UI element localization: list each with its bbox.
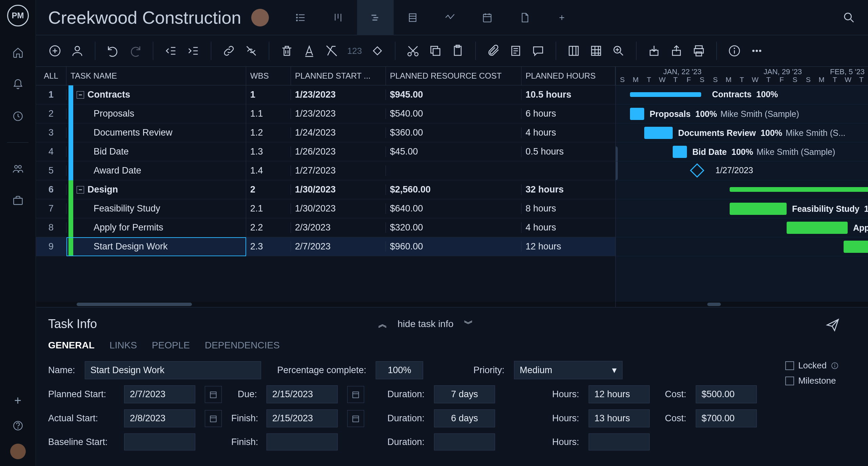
- comments-icon[interactable]: [531, 44, 545, 58]
- gantt-milestone[interactable]: [690, 163, 704, 178]
- table-row[interactable]: 1 − Contracts 1 1/23/2023 $945.00 10.5 h…: [36, 85, 615, 104]
- percent-complete-input[interactable]: 123: [347, 46, 362, 56]
- gantt-horizontal-scrollbar[interactable]: [616, 302, 868, 307]
- column-header-cost[interactable]: PLANNED RESOURCE COST: [386, 67, 521, 85]
- redo-icon[interactable]: [129, 44, 142, 58]
- import-icon[interactable]: [647, 44, 661, 58]
- current-user-avatar[interactable]: [10, 444, 26, 459]
- gantt-bar[interactable]: Proposals 100%Mike Smith (Sample): [630, 108, 644, 120]
- column-header-hours[interactable]: PLANNED HOURS: [521, 67, 615, 85]
- add-view-icon[interactable]: [544, 0, 580, 35]
- view-list-icon[interactable]: [282, 0, 319, 35]
- gantt-bar[interactable]: Feasibility Study 10: [730, 203, 787, 215]
- attachment-icon[interactable]: [487, 44, 500, 58]
- export-icon[interactable]: [670, 44, 683, 58]
- planned-duration-input[interactable]: 7 days: [434, 385, 495, 403]
- projects-icon[interactable]: [12, 195, 24, 206]
- actual-hours-input[interactable]: 13 hours: [589, 409, 650, 427]
- gantt-bar[interactable]: [844, 241, 868, 253]
- assign-icon[interactable]: [71, 44, 84, 58]
- tab-dependencies[interactable]: DEPENDENCIES: [205, 340, 280, 351]
- collapse-toggle[interactable]: −: [77, 91, 84, 99]
- due-input[interactable]: 2/15/2023: [267, 385, 338, 403]
- baseline-finish-input[interactable]: [267, 433, 338, 450]
- view-sheet-icon[interactable]: [394, 0, 431, 35]
- view-dashboard-icon[interactable]: [432, 0, 468, 35]
- hide-task-info-button[interactable]: hide task info: [398, 319, 454, 329]
- calendar-icon[interactable]: [347, 386, 364, 403]
- paste-icon[interactable]: [451, 44, 465, 58]
- baseline-start-input[interactable]: [124, 433, 195, 450]
- copy-icon[interactable]: [429, 44, 442, 58]
- column-header-start[interactable]: PLANNED START ...: [291, 67, 386, 85]
- actual-start-input[interactable]: 2/8/2023: [124, 409, 195, 427]
- history-icon[interactable]: [12, 110, 24, 122]
- notifications-icon[interactable]: [12, 79, 24, 90]
- milestone-diamond-icon[interactable]: [371, 44, 384, 58]
- link-icon[interactable]: [222, 44, 236, 58]
- table-row[interactable]: 9 Start Design Work 2.3 2/7/2023 $960.00…: [36, 237, 615, 256]
- search-button[interactable]: [842, 11, 856, 24]
- unlink-icon[interactable]: [244, 44, 258, 58]
- collapse-toggle[interactable]: −: [77, 186, 84, 194]
- calendar-icon[interactable]: [205, 386, 222, 403]
- gantt-bar[interactable]: Bid Date 100%Mike Smith (Sample): [673, 146, 687, 158]
- grid-icon[interactable]: [589, 44, 603, 58]
- calendar-icon[interactable]: [347, 410, 364, 427]
- team-icon[interactable]: [12, 163, 24, 175]
- indent-icon[interactable]: [186, 44, 200, 58]
- delete-icon[interactable]: [280, 44, 294, 58]
- baseline-hours-input[interactable]: [589, 433, 650, 450]
- expand-double-icon[interactable]: ︾: [464, 318, 473, 330]
- name-input[interactable]: Start Design Work: [85, 361, 261, 379]
- locked-checkbox[interactable]: [785, 361, 794, 370]
- print-icon[interactable]: [692, 44, 706, 58]
- column-header-all[interactable]: ALL: [36, 67, 66, 85]
- table-row[interactable]: 7 Feasibility Study 2.1 1/30/2023 $640.0…: [36, 199, 615, 218]
- tab-general[interactable]: GENERAL: [48, 340, 95, 351]
- send-icon[interactable]: [825, 318, 840, 332]
- calendar-icon[interactable]: [205, 410, 222, 427]
- actual-cost-input[interactable]: $700.00: [696, 409, 757, 427]
- priority-select[interactable]: Medium▾: [514, 361, 623, 379]
- actual-duration-input[interactable]: 6 days: [434, 409, 495, 427]
- table-horizontal-scrollbar[interactable]: [36, 302, 615, 307]
- gantt-bar[interactable]: Apply f: [787, 222, 848, 234]
- project-owner-avatar[interactable]: [251, 9, 269, 26]
- notes-icon[interactable]: [509, 44, 522, 58]
- table-row[interactable]: 5 Award Date 1.4 1/27/2023: [36, 161, 615, 180]
- add-task-icon[interactable]: [48, 44, 62, 58]
- actual-finish-input[interactable]: 2/15/2023: [267, 409, 338, 427]
- view-file-icon[interactable]: [506, 0, 543, 35]
- gantt-bar[interactable]: Documents Review 100%Mike Smith (S...: [644, 127, 673, 139]
- tab-people[interactable]: PEOPLE: [152, 340, 190, 351]
- gantt-bar[interactable]: [730, 187, 868, 192]
- milestone-checkbox[interactable]: [785, 377, 794, 385]
- column-header-name[interactable]: TASK NAME: [66, 67, 246, 85]
- pct-input[interactable]: 100%: [376, 361, 423, 379]
- table-row[interactable]: 4 Bid Date 1.3 1/26/2023 $45.00 0.5 hour…: [36, 142, 615, 161]
- info-icon[interactable]: [728, 44, 741, 58]
- more-icon[interactable]: [750, 44, 764, 58]
- clear-format-icon[interactable]: [325, 44, 338, 58]
- collapse-double-icon[interactable]: ︽: [378, 318, 388, 330]
- add-button[interactable]: +: [14, 393, 21, 408]
- view-calendar-icon[interactable]: [469, 0, 506, 35]
- app-logo[interactable]: PM: [7, 5, 29, 26]
- planned-start-input[interactable]: 2/7/2023: [124, 385, 195, 403]
- table-row[interactable]: 8 Apply for Permits 2.2 2/3/2023 $320.00…: [36, 218, 615, 237]
- baseline-duration-input[interactable]: [434, 433, 495, 450]
- cut-icon[interactable]: [406, 44, 420, 58]
- home-icon[interactable]: [12, 47, 24, 58]
- planned-cost-input[interactable]: $500.00: [696, 385, 757, 403]
- outdent-icon[interactable]: [164, 44, 178, 58]
- planned-hours-input[interactable]: 12 hours: [589, 385, 650, 403]
- table-row[interactable]: 2 Proposals 1.1 1/23/2023 $540.00 6 hour…: [36, 104, 615, 123]
- column-header-wbs[interactable]: WBS: [246, 67, 291, 85]
- tab-links[interactable]: LINKS: [110, 340, 137, 351]
- table-row[interactable]: 6 − Design 2 1/30/2023 $2,560.00 32 hour…: [36, 180, 615, 199]
- text-style-icon[interactable]: [302, 44, 316, 58]
- undo-icon[interactable]: [106, 44, 120, 58]
- table-row[interactable]: 3 Documents Review 1.2 1/24/2023 $360.00…: [36, 123, 615, 142]
- columns-icon[interactable]: [567, 44, 580, 58]
